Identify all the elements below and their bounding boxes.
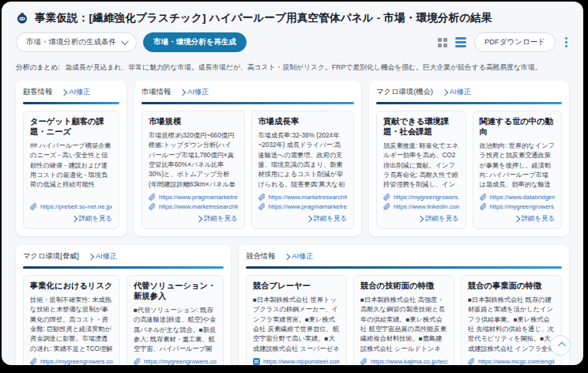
section-divider <box>23 266 224 269</box>
card-market-growth: 市場成長率 市場成長率:32-38% (2024年~2032年) 成長ドライバー… <box>251 111 355 229</box>
source-link[interactable]: https://www.kajima.co.jp/tech/c_shield_… <box>360 358 447 365</box>
source-link[interactable]: https://www.pragmamarketresear… <box>258 203 348 210</box>
source-link[interactable]: https://www.linkedin.com/pulse/fi… <box>383 203 459 210</box>
paperclip-icon <box>468 358 475 365</box>
section-macro-opportunity: マクロ環境(機会) AI修正 貢献できる環境課題・社会課題 脱炭素推進: 軽量化… <box>369 81 569 236</box>
section-divider <box>23 102 119 104</box>
card-business-risks: 事業化におけるリスク 技術・規制不確実性: 未成熟な技術と未整備な規制が事業化の… <box>23 275 120 365</box>
chevron-right-icon <box>417 216 424 222</box>
chevron-right-icon <box>305 216 311 222</box>
source-link[interactable]: https://www.databridgemarketres… <box>480 194 556 201</box>
detail-link[interactable]: 詳細を見る <box>72 214 112 223</box>
card-competitor-tech: 競合の技術面の特徴 ■日本製鉄株式会社 高強度・高耐久な鋼管の製造技術と長年の供… <box>353 275 454 365</box>
card-competitor-business: 競合の事業面の特徴 ■日本製鉄株式会社 既存の建材販路と実績を活かしたインフラ供… <box>461 275 562 365</box>
card-body: 技術・規制不確実性: 未成熟な技術と未整備な規制が事業化の障壁。高コスト・資金難… <box>30 296 113 354</box>
chevron-right-icon <box>284 254 290 260</box>
detail-link[interactable]: 詳細を見る <box>197 214 237 223</box>
ai-fix-link[interactable]: AI修正 <box>180 87 209 97</box>
ai-fix-link[interactable]: AI修正 <box>89 251 117 262</box>
chevron-up-icon <box>557 341 565 349</box>
detail-link[interactable]: 詳細を見る <box>307 214 347 223</box>
source-link[interactable]: https://www.marketresearchfutur… <box>258 194 348 201</box>
paperclip-icon <box>30 203 37 210</box>
chevron-right-icon <box>61 89 67 96</box>
paperclip-icon <box>383 203 390 210</box>
list-view-icon <box>455 37 466 47</box>
card-title: ターゲット顧客の課題・ニーズ <box>30 117 112 138</box>
paperclip-icon <box>258 203 266 210</box>
source-link[interactable]: https://mygreengrowers.com/blog… <box>480 203 556 210</box>
card-body: ■日本製鉄株式会社 既存の建材販路と実績を活かしたインフラ供給事業。■東レ株式会… <box>468 296 555 354</box>
section-label: 競合情報 <box>246 251 275 262</box>
section-divider <box>376 102 562 104</box>
document-icon <box>253 358 260 365</box>
scroll-to-top-button[interactable] <box>550 335 571 356</box>
content-row-1: 顧客情報 AI修正 ターゲット顧客の課題・ニーズ ## ハイパーループ構築企業の… <box>16 81 569 236</box>
card-title: 関連する世の中の動向 <box>480 117 556 138</box>
card-title: 競合の技術面の特徴 <box>360 281 447 292</box>
card-title: 代替ソリューション・新規参入 <box>134 281 217 302</box>
section-label: マクロ環境[脅威] <box>23 251 79 262</box>
chevron-right-icon <box>513 216 519 222</box>
card-body: ■代替ソリューション: 既存の高速輸送(鉄道、航空)や金属パネルが主な競合。■新… <box>134 306 217 354</box>
section-market-info: 市場情報 AI修正 市場規模 市場規模:約320億円~660億円 根拠:トップダ… <box>134 81 361 236</box>
source-link[interactable]: https://www.marketresearchfutur… <box>149 203 238 210</box>
card-body: ## ハイパーループ構築企業のニーズ - 高い安全性と信頼性の確保 - 建設およ… <box>30 141 112 199</box>
source-link[interactable]: https://www.mcgc.com/english/kaiteki_… <box>468 358 555 365</box>
toolbar: 市場・環境分析の生成条件 市場・環境分析を再生成 PDFダウンロード <box>16 32 569 52</box>
card-env-social-issues: 貢献できる環境課題・社会課題 脱炭素推進: 軽量化でエネルギー効率を高め、CO2… <box>376 111 466 229</box>
card-body: 脱炭素推進: 軽量化でエネルギー効率を高め、CO2排出削減に貢献。インフラ長寿命… <box>383 141 459 190</box>
paperclip-icon <box>480 203 487 210</box>
paperclip-icon <box>383 194 390 201</box>
analysis-results-page: 事業仮説：[繊維強化プラスチック] ハイパーループ用真空管体パネル - 市場・環… <box>2 2 583 365</box>
card-title: 競合プレーヤー <box>253 281 340 292</box>
ai-fix-link[interactable]: AI修正 <box>443 87 471 97</box>
analysis-summary: 分析のまとめ: 急成長が見込まれ、非常に魅力的な市場。成長市場だが、高コスト・規… <box>16 62 569 72</box>
card-title: 市場成長率 <box>258 117 348 127</box>
more-menu-button[interactable] <box>564 36 569 49</box>
card-market-size: 市場規模 市場規模:約320億円~660億円 根拠:トップダウン分析(ハイパール… <box>141 111 245 229</box>
paperclip-icon <box>258 194 266 201</box>
ai-fix-link[interactable]: AI修正 <box>62 87 90 97</box>
pdf-download-button[interactable]: PDFダウンロード <box>474 32 556 52</box>
paperclip-icon <box>149 203 156 210</box>
card-title: 事業化におけるリスク <box>30 281 113 292</box>
card-customer-needs: ターゲット顧客の課題・ニーズ ## ハイパーループ構築企業のニーズ - 高い安全… <box>23 111 119 229</box>
regenerate-button[interactable]: 市場・環境分析を再生成 <box>143 32 247 52</box>
page-header: 事業仮説：[繊維強化プラスチック] ハイパーループ用真空管体パネル - 市場・環… <box>16 11 569 25</box>
source-link[interactable]: https://mygreengrowers.com… <box>30 358 113 365</box>
card-body: ■日本製鉄株式会社 高強度・高耐久な鋼管の製造技術と長年の供給実績。■東レ株式会… <box>360 296 447 354</box>
source-link[interactable]: https://www.nipponsteel.com/en/ir/libra… <box>253 358 340 365</box>
grid-view-icon <box>438 38 447 47</box>
section-divider <box>141 102 354 104</box>
regenerate-label: 市場・環境分析を再生成 <box>153 37 236 47</box>
source-link[interactable]: https://prebell.so-net.ne.jp/new… <box>30 203 112 210</box>
list-view-button[interactable] <box>455 37 466 47</box>
section-label: マクロ環境(機会) <box>376 87 433 97</box>
generation-conditions-dropdown[interactable]: 市場・環境分析の生成条件 <box>16 32 137 52</box>
ai-fix-link[interactable]: AI修正 <box>285 251 313 262</box>
detail-link[interactable]: 詳細を見る <box>514 214 555 223</box>
section-competitor-info: 競合情報 AI修正 競合プレーヤー ■日本製鉄株式会社 世界トップクラスの鉄鋼メ… <box>239 245 569 365</box>
chevron-right-icon <box>70 216 77 222</box>
source-link[interactable]: https://mygreengrowers.com… <box>134 358 217 365</box>
app-logo-robot-icon <box>16 12 28 24</box>
card-body: 政治動向: 世界的なインフラ投資と脱炭素交通政策が事業を後押し。経済動向: ハイ… <box>480 141 556 190</box>
content-row-2: マクロ環境[脅威] AI修正 事業化におけるリスク 技術・規制不確実性: 未成熟… <box>16 245 569 365</box>
chevron-right-icon <box>196 216 202 222</box>
section-label: 顧客情報 <box>23 87 52 97</box>
section-macro-threat: マクロ環境[脅威] AI修正 事業化におけるリスク 技術・規制不確実性: 未成熟… <box>16 245 231 365</box>
summary-text: 急成長が見込まれ、非常に魅力的な市場。成長市場だが、高コスト・規制がリスク。FR… <box>66 63 542 71</box>
card-body: 市場規模:約320億円~660億円 根拠:トップダウン分析(ハイパーループ市場1… <box>149 131 238 190</box>
detail-link[interactable]: 詳細を見る <box>418 214 458 223</box>
card-title: 市場規模 <box>149 117 238 127</box>
source-link[interactable]: https://www.pragmamarketresear… <box>149 194 238 201</box>
card-title: 貢献できる環境課題・社会課題 <box>383 117 459 138</box>
paperclip-icon <box>149 194 156 201</box>
chevron-right-icon <box>442 89 448 96</box>
chevron-right-icon <box>179 89 186 96</box>
grid-view-button[interactable] <box>438 38 447 47</box>
source-link[interactable]: https://mygreengrowers.com/blog… <box>383 194 459 201</box>
section-divider <box>246 266 562 269</box>
card-competitor-players: 競合プレーヤー ■日本製鉄株式会社 世界トップクラスの鉄鋼メーカー、インフラ実績… <box>246 275 347 365</box>
